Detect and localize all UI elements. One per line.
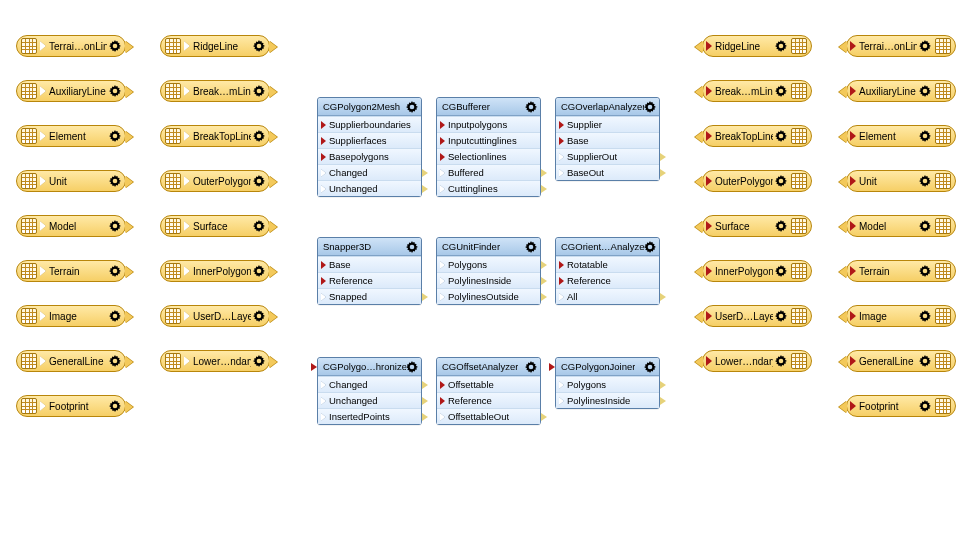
- connector-tab[interactable]: [839, 86, 847, 98]
- connector-tab[interactable]: [839, 131, 847, 143]
- operator-header[interactable]: CGPolygonJoiner: [556, 358, 659, 376]
- connector-tab[interactable]: [839, 356, 847, 368]
- connector-tab[interactable]: [269, 131, 277, 143]
- operator-port[interactable]: Base: [318, 256, 421, 272]
- data-node[interactable]: UserD…Layer: [702, 305, 812, 327]
- operator-port[interactable]: Inputpolygons: [437, 116, 540, 132]
- data-node[interactable]: RidgeLine: [160, 35, 270, 57]
- connector-tab[interactable]: [269, 86, 277, 98]
- connector-tab[interactable]: [695, 221, 703, 233]
- connector-tab[interactable]: [269, 356, 277, 368]
- connector-tab[interactable]: [839, 41, 847, 53]
- connector-tab[interactable]: [695, 266, 703, 278]
- connector-tab[interactable]: [269, 176, 277, 188]
- operator-port[interactable]: Changed: [318, 164, 421, 180]
- data-node[interactable]: BreakTopLine: [160, 125, 270, 147]
- operator-header[interactable]: CGOverlapAnalyzer: [556, 98, 659, 116]
- connector-tab[interactable]: [839, 176, 847, 188]
- operator-port[interactable]: InsertedPoints: [318, 408, 421, 424]
- operator-port[interactable]: PolylinesInside: [437, 272, 540, 288]
- connector-tab[interactable]: [125, 356, 133, 368]
- operator-port[interactable]: Offsettable: [437, 376, 540, 392]
- operator-port[interactable]: Inputcuttinglines: [437, 132, 540, 148]
- operator-port[interactable]: Supplier: [556, 116, 659, 132]
- operator-port[interactable]: Rotatable: [556, 256, 659, 272]
- data-node[interactable]: Break…mLine: [160, 80, 270, 102]
- data-node[interactable]: Terrain: [16, 260, 126, 282]
- data-node[interactable]: Lower…ndary: [702, 350, 812, 372]
- operator-node[interactable]: CGPolygo…hronizerChangedUnchangedInserte…: [317, 357, 422, 425]
- connector-tab[interactable]: [839, 221, 847, 233]
- connector-tab[interactable]: [839, 266, 847, 278]
- operator-port[interactable]: Changed: [318, 376, 421, 392]
- data-node[interactable]: Element: [846, 125, 956, 147]
- connector-tab[interactable]: [695, 86, 703, 98]
- operator-node[interactable]: Snapper3DBaseReferenceSnapped: [317, 237, 422, 305]
- connector-tab[interactable]: [269, 221, 277, 233]
- operator-header[interactable]: CGBufferer: [437, 98, 540, 116]
- data-node[interactable]: Image: [846, 305, 956, 327]
- data-node[interactable]: Terrai…onLine: [16, 35, 126, 57]
- operator-port[interactable]: Selectionlines: [437, 148, 540, 164]
- operator-node[interactable]: CGUnitFinderPolygonsPolylinesInsidePolyl…: [436, 237, 541, 305]
- data-node[interactable]: Element: [16, 125, 126, 147]
- data-node[interactable]: RidgeLine: [702, 35, 812, 57]
- operator-port[interactable]: SupplierOut: [556, 148, 659, 164]
- connector-tab[interactable]: [695, 356, 703, 368]
- operator-port[interactable]: PolylinesOutside: [437, 288, 540, 304]
- data-node[interactable]: Terrain: [846, 260, 956, 282]
- data-node[interactable]: Surface: [160, 215, 270, 237]
- operator-port[interactable]: Supplierboundaries: [318, 116, 421, 132]
- connector-tab[interactable]: [695, 41, 703, 53]
- connector-tab[interactable]: [125, 131, 133, 143]
- operator-port[interactable]: Base: [556, 132, 659, 148]
- connector-tab[interactable]: [125, 401, 133, 413]
- data-node[interactable]: AuxiliaryLine: [846, 80, 956, 102]
- operator-node[interactable]: CGOffsetAnalyzerOffsettableReferenceOffs…: [436, 357, 541, 425]
- operator-node[interactable]: CGBuffererInputpolygonsInputcuttinglines…: [436, 97, 541, 197]
- operator-port[interactable]: Reference: [556, 272, 659, 288]
- connector-tab[interactable]: [269, 41, 277, 53]
- data-node[interactable]: Unit: [16, 170, 126, 192]
- connector-tab[interactable]: [125, 221, 133, 233]
- operator-port[interactable]: Cuttinglines: [437, 180, 540, 196]
- operator-header[interactable]: CGOffsetAnalyzer: [437, 358, 540, 376]
- operator-port[interactable]: PolylinesInside: [556, 392, 659, 408]
- data-node[interactable]: Unit: [846, 170, 956, 192]
- data-node[interactable]: BreakTopLine: [702, 125, 812, 147]
- connector-tab[interactable]: [125, 86, 133, 98]
- data-node[interactable]: OuterPolygon: [702, 170, 812, 192]
- data-node[interactable]: Break…mLine: [702, 80, 812, 102]
- operator-node[interactable]: CGPolygonJoinerPolygonsPolylinesInside: [555, 357, 660, 409]
- connector-tab[interactable]: [695, 176, 703, 188]
- operator-port[interactable]: Supplierfaces: [318, 132, 421, 148]
- operator-port[interactable]: Polygons: [556, 376, 659, 392]
- operator-header[interactable]: CGPolygo…hronizer: [318, 358, 421, 376]
- data-node[interactable]: OuterPolygon: [160, 170, 270, 192]
- data-node[interactable]: UserD…Layer: [160, 305, 270, 327]
- graph-canvas[interactable]: { "colors": { "accent_orange": "#f6cf66"…: [0, 0, 960, 540]
- connector-tab[interactable]: [125, 41, 133, 53]
- operator-node[interactable]: CGOrient…AnalyzerRotatableReferenceAll: [555, 237, 660, 305]
- operator-port[interactable]: Polygons: [437, 256, 540, 272]
- operator-node[interactable]: CGPolygon2MeshSupplierboundariesSupplier…: [317, 97, 422, 197]
- connector-tab[interactable]: [125, 266, 133, 278]
- data-node[interactable]: Terrai…onLine: [846, 35, 956, 57]
- data-node[interactable]: Model: [846, 215, 956, 237]
- connector-tab[interactable]: [269, 311, 277, 323]
- data-node[interactable]: AuxiliaryLine: [16, 80, 126, 102]
- connector-tab[interactable]: [125, 176, 133, 188]
- connector-tab[interactable]: [839, 401, 847, 413]
- operator-port[interactable]: OffsettableOut: [437, 408, 540, 424]
- data-node[interactable]: Surface: [702, 215, 812, 237]
- operator-node[interactable]: CGOverlapAnalyzerSupplierBaseSupplierOut…: [555, 97, 660, 181]
- data-node[interactable]: Lower…ndary: [160, 350, 270, 372]
- data-node[interactable]: Footprint: [16, 395, 126, 417]
- data-node[interactable]: InnerPolygon: [702, 260, 812, 282]
- operator-port[interactable]: Buffered: [437, 164, 540, 180]
- operator-port[interactable]: All: [556, 288, 659, 304]
- connector-tab[interactable]: [269, 266, 277, 278]
- data-node[interactable]: Image: [16, 305, 126, 327]
- operator-header[interactable]: CGOrient…Analyzer: [556, 238, 659, 256]
- data-node[interactable]: Footprint: [846, 395, 956, 417]
